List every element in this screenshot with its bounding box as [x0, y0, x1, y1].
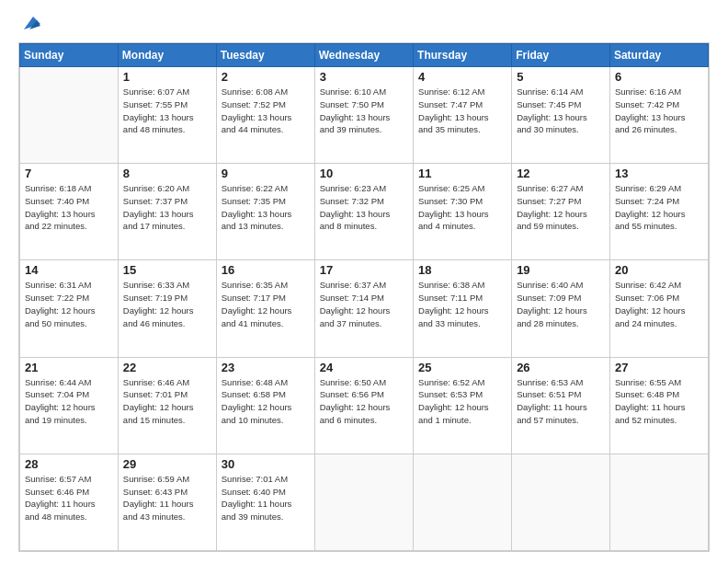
- calendar-cell: 7Sunrise: 6:18 AM Sunset: 7:40 PM Daylig…: [20, 164, 119, 260]
- calendar-cell: 1Sunrise: 6:07 AM Sunset: 7:55 PM Daylig…: [118, 67, 216, 164]
- day-number: 29: [123, 457, 211, 471]
- day-info: Sunrise: 6:27 AM Sunset: 7:27 PM Dayligh…: [517, 182, 605, 233]
- calendar: SundayMondayTuesdayWednesdayThursdayFrid…: [18, 42, 710, 552]
- calendar-cell: [20, 67, 119, 164]
- day-info: Sunrise: 6:25 AM Sunset: 7:30 PM Dayligh…: [418, 182, 506, 233]
- day-number: 17: [320, 263, 408, 277]
- calendar-cell: 12Sunrise: 6:27 AM Sunset: 7:27 PM Dayli…: [512, 164, 610, 260]
- calendar-cell: 25Sunrise: 6:52 AM Sunset: 6:53 PM Dayli…: [414, 357, 512, 454]
- day-info: Sunrise: 6:10 AM Sunset: 7:50 PM Dayligh…: [320, 86, 408, 136]
- day-info: Sunrise: 6:50 AM Sunset: 6:56 PM Dayligh…: [320, 376, 408, 427]
- day-number: 6: [615, 70, 703, 84]
- day-number: 25: [418, 361, 506, 374]
- day-number: 3: [320, 70, 408, 84]
- calendar-cell: 5Sunrise: 6:14 AM Sunset: 7:45 PM Daylig…: [512, 67, 610, 164]
- day-number: 10: [320, 167, 408, 180]
- calendar-cell: 3Sunrise: 6:10 AM Sunset: 7:50 PM Daylig…: [314, 67, 413, 164]
- calendar-cell: 26Sunrise: 6:53 AM Sunset: 6:51 PM Dayli…: [512, 357, 610, 454]
- day-info: Sunrise: 6:55 AM Sunset: 6:48 PM Dayligh…: [615, 376, 703, 427]
- header-day-sunday: Sunday: [20, 44, 119, 67]
- day-number: 21: [25, 361, 113, 374]
- day-number: 15: [123, 263, 211, 277]
- calendar-header: SundayMondayTuesdayWednesdayThursdayFrid…: [20, 44, 709, 67]
- day-info: Sunrise: 6:07 AM Sunset: 7:55 PM Dayligh…: [123, 86, 211, 136]
- day-number: 5: [517, 70, 605, 84]
- calendar-week-1: 1Sunrise: 6:07 AM Sunset: 7:55 PM Daylig…: [20, 67, 709, 164]
- calendar-cell: 13Sunrise: 6:29 AM Sunset: 7:24 PM Dayli…: [609, 164, 708, 260]
- day-number: 1: [123, 70, 211, 84]
- day-info: Sunrise: 6:23 AM Sunset: 7:32 PM Dayligh…: [320, 182, 408, 233]
- day-info: Sunrise: 6:20 AM Sunset: 7:37 PM Dayligh…: [123, 182, 211, 233]
- calendar-cell: 9Sunrise: 6:22 AM Sunset: 7:35 PM Daylig…: [216, 164, 314, 260]
- header-day-friday: Friday: [512, 44, 610, 67]
- day-number: 30: [222, 457, 310, 471]
- day-info: Sunrise: 6:08 AM Sunset: 7:52 PM Dayligh…: [222, 86, 310, 136]
- calendar-cell: 2Sunrise: 6:08 AM Sunset: 7:52 PM Daylig…: [216, 67, 314, 164]
- calendar-cell: 17Sunrise: 6:37 AM Sunset: 7:14 PM Dayli…: [314, 260, 413, 357]
- day-number: 4: [418, 70, 506, 84]
- calendar-cell: 14Sunrise: 6:31 AM Sunset: 7:22 PM Dayli…: [20, 260, 119, 357]
- day-info: Sunrise: 6:33 AM Sunset: 7:19 PM Dayligh…: [123, 279, 211, 329]
- day-info: Sunrise: 6:44 AM Sunset: 7:04 PM Dayligh…: [25, 376, 113, 427]
- calendar-body: 1Sunrise: 6:07 AM Sunset: 7:55 PM Daylig…: [20, 67, 709, 551]
- day-info: Sunrise: 6:37 AM Sunset: 7:14 PM Dayligh…: [320, 279, 408, 329]
- day-info: Sunrise: 6:18 AM Sunset: 7:40 PM Dayligh…: [25, 182, 113, 233]
- calendar-week-5: 28Sunrise: 6:57 AM Sunset: 6:46 PM Dayli…: [20, 454, 709, 550]
- calendar-week-3: 14Sunrise: 6:31 AM Sunset: 7:22 PM Dayli…: [20, 260, 709, 357]
- day-info: Sunrise: 6:53 AM Sunset: 6:51 PM Dayligh…: [517, 376, 605, 427]
- calendar-cell: 21Sunrise: 6:44 AM Sunset: 7:04 PM Dayli…: [20, 357, 119, 454]
- day-info: Sunrise: 6:57 AM Sunset: 6:46 PM Dayligh…: [25, 473, 113, 523]
- calendar-cell: 23Sunrise: 6:48 AM Sunset: 6:58 PM Dayli…: [216, 357, 314, 454]
- header-day-wednesday: Wednesday: [314, 44, 413, 67]
- day-number: 11: [418, 167, 506, 180]
- day-info: Sunrise: 6:14 AM Sunset: 7:45 PM Dayligh…: [517, 86, 605, 136]
- day-number: 2: [222, 70, 310, 84]
- day-number: 22: [123, 361, 211, 374]
- day-number: 27: [615, 361, 703, 374]
- calendar-cell: 29Sunrise: 6:59 AM Sunset: 6:43 PM Dayli…: [118, 454, 216, 550]
- page: SundayMondayTuesdayWednesdayThursdayFrid…: [0, 0, 728, 563]
- day-number: 18: [418, 263, 506, 277]
- day-info: Sunrise: 6:29 AM Sunset: 7:24 PM Dayligh…: [615, 182, 703, 233]
- day-info: Sunrise: 7:01 AM Sunset: 6:40 PM Dayligh…: [222, 473, 310, 523]
- calendar-cell: 24Sunrise: 6:50 AM Sunset: 6:56 PM Dayli…: [314, 357, 413, 454]
- calendar-table: SundayMondayTuesdayWednesdayThursdayFrid…: [19, 43, 709, 551]
- header: [18, 17, 710, 33]
- day-number: 23: [222, 361, 310, 374]
- calendar-cell: [609, 454, 708, 550]
- calendar-cell: 30Sunrise: 7:01 AM Sunset: 6:40 PM Dayli…: [216, 454, 314, 550]
- day-info: Sunrise: 6:46 AM Sunset: 7:01 PM Dayligh…: [123, 376, 211, 427]
- day-info: Sunrise: 6:59 AM Sunset: 6:43 PM Dayligh…: [123, 473, 211, 523]
- header-day-tuesday: Tuesday: [216, 44, 314, 67]
- day-info: Sunrise: 6:42 AM Sunset: 7:06 PM Dayligh…: [615, 279, 703, 329]
- day-number: 28: [25, 457, 113, 471]
- calendar-cell: [512, 454, 610, 550]
- calendar-cell: 4Sunrise: 6:12 AM Sunset: 7:47 PM Daylig…: [414, 67, 512, 164]
- calendar-cell: 15Sunrise: 6:33 AM Sunset: 7:19 PM Dayli…: [118, 260, 216, 357]
- calendar-cell: [314, 454, 413, 550]
- day-number: 16: [222, 263, 310, 277]
- logo: [18, 17, 40, 33]
- day-info: Sunrise: 6:38 AM Sunset: 7:11 PM Dayligh…: [418, 279, 506, 329]
- day-info: Sunrise: 6:48 AM Sunset: 6:58 PM Dayligh…: [222, 376, 310, 427]
- calendar-cell: 22Sunrise: 6:46 AM Sunset: 7:01 PM Dayli…: [118, 357, 216, 454]
- day-number: 14: [25, 263, 113, 277]
- day-info: Sunrise: 6:40 AM Sunset: 7:09 PM Dayligh…: [517, 279, 605, 329]
- calendar-cell: 28Sunrise: 6:57 AM Sunset: 6:46 PM Dayli…: [20, 454, 119, 550]
- day-number: 26: [517, 361, 605, 374]
- calendar-cell: 20Sunrise: 6:42 AM Sunset: 7:06 PM Dayli…: [609, 260, 708, 357]
- day-info: Sunrise: 6:12 AM Sunset: 7:47 PM Dayligh…: [418, 86, 506, 136]
- day-number: 19: [517, 263, 605, 277]
- day-number: 8: [123, 167, 211, 180]
- header-day-saturday: Saturday: [609, 44, 708, 67]
- calendar-cell: 18Sunrise: 6:38 AM Sunset: 7:11 PM Dayli…: [414, 260, 512, 357]
- logo-icon: [20, 13, 40, 33]
- day-number: 12: [517, 167, 605, 180]
- day-info: Sunrise: 6:35 AM Sunset: 7:17 PM Dayligh…: [222, 279, 310, 329]
- calendar-cell: 6Sunrise: 6:16 AM Sunset: 7:42 PM Daylig…: [609, 67, 708, 164]
- day-number: 24: [320, 361, 408, 374]
- calendar-week-2: 7Sunrise: 6:18 AM Sunset: 7:40 PM Daylig…: [20, 164, 709, 260]
- day-info: Sunrise: 6:52 AM Sunset: 6:53 PM Dayligh…: [418, 376, 506, 427]
- day-info: Sunrise: 6:22 AM Sunset: 7:35 PM Dayligh…: [222, 182, 310, 233]
- day-number: 13: [615, 167, 703, 180]
